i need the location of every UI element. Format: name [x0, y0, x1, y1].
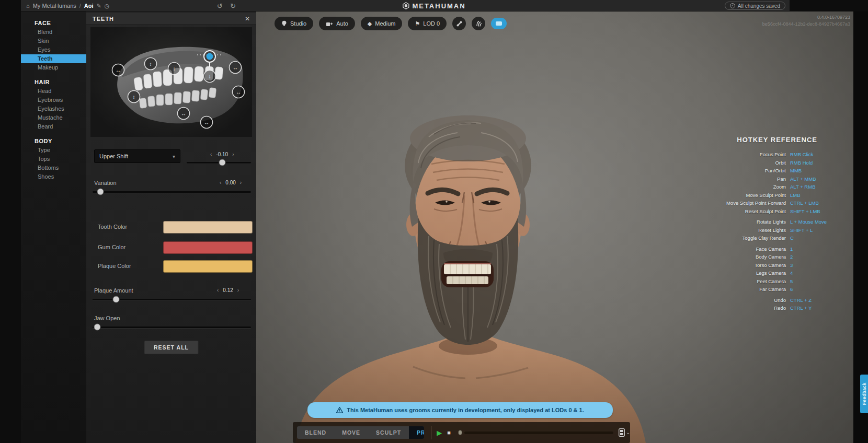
plaque-color-swatch[interactable] — [163, 260, 253, 273]
mode-tab[interactable]: BLEND — [297, 426, 334, 439]
stepper-decrease-icon[interactable]: ‹ — [210, 151, 212, 157]
stepper-increase-icon[interactable]: › — [232, 151, 234, 157]
mode-tab[interactable]: PREVIEW — [409, 426, 424, 439]
session-id: be56ccf4-0844-12b2-dec8-84927b4667a3 — [762, 21, 850, 28]
jaw-open-slider[interactable] — [93, 323, 251, 331]
sidebar-item[interactable]: Shoes — [21, 172, 86, 181]
sidebar-item[interactable]: Teeth — [21, 54, 86, 63]
timeline-track[interactable] — [464, 432, 613, 434]
viewport-mode-toggle-button[interactable] — [491, 18, 507, 29]
variation-value[interactable]: 0.00 — [225, 180, 235, 185]
teeth-diagram: ↔ ↔ ↔ ↔ ↔ — [90, 27, 252, 137]
sidebar-item-label: Bottoms — [38, 165, 59, 171]
slider-thumb[interactable] — [113, 296, 120, 303]
grooms-notice-text: This MetaHuman uses grooms currently in … — [347, 407, 584, 413]
upper-shift-value[interactable]: -0.10 — [216, 151, 228, 157]
sidebar-item[interactable]: Type — [21, 146, 86, 155]
lod-button[interactable]: ⚑ LOD 0 — [408, 17, 447, 30]
sidebar-item-label: Beard — [38, 123, 53, 130]
hotkey-row: Reset Lights SHIFT + L — [683, 227, 825, 234]
reset-all-button[interactable]: RESET ALL — [144, 341, 199, 354]
sidebar-item[interactable]: Tops — [21, 155, 86, 164]
teeth-handle-vertical[interactable]: ↕ — [168, 63, 180, 75]
stepper-increase-icon[interactable]: › — [237, 287, 239, 293]
sidebar-item[interactable]: Head — [21, 87, 86, 96]
history-icon[interactable]: ◷ — [105, 3, 110, 9]
timeline-thumb[interactable] — [458, 430, 462, 435]
hotkey-label: Undo — [683, 297, 786, 304]
sidebar-section-body: BODY Type Tops Bottoms Shoes — [21, 138, 86, 181]
sidebar-item[interactable]: Eyelashes — [21, 104, 86, 113]
sidebar-item[interactable]: Beard — [21, 122, 86, 131]
quality-auto-button[interactable]: Auto — [319, 17, 355, 30]
svg-text:↕: ↕ — [150, 61, 152, 67]
sidebar-item[interactable]: Bottoms — [21, 164, 86, 172]
teeth-region-dropdown[interactable]: Upper Shift ▾ — [94, 149, 180, 163]
stepper-increase-icon[interactable]: › — [240, 180, 242, 185]
teeth-handle-horizontal[interactable]: ↔ — [201, 116, 213, 129]
breadcrumb-root[interactable]: My MetaHumans — [33, 3, 76, 9]
slider-thumb[interactable] — [94, 324, 101, 331]
sidebar-item[interactable]: Eyebrows — [21, 96, 86, 104]
feedback-tab[interactable]: Feedback — [860, 375, 868, 413]
sidebar-item[interactable]: Skin — [21, 37, 86, 45]
hotkey-key: SHIFT + L — [790, 227, 825, 234]
sidebar-item[interactable]: Mustache — [21, 113, 86, 122]
rig-toggle-button[interactable] — [452, 17, 466, 30]
teeth-handle-horizontal[interactable]: ↔ — [233, 86, 245, 98]
animation-select[interactable]: ⌄ — [619, 428, 630, 437]
slider-track[interactable] — [93, 327, 251, 328]
quality-medium-button[interactable]: ◆ Medium — [361, 17, 403, 30]
sidebar-item-label: Makeup — [38, 64, 58, 71]
variation-slider[interactable] — [93, 188, 251, 195]
svg-text:↔: ↔ — [236, 89, 241, 95]
hotkey-label: Feet Camera — [683, 278, 786, 285]
tooth-color-swatch[interactable] — [163, 221, 253, 234]
teeth-handle-horizontal[interactable]: ↔ — [230, 62, 242, 74]
teeth-handle-vertical[interactable]: ↕ — [145, 58, 157, 70]
hotkey-key: CTRL + Z — [790, 297, 825, 304]
stepper-decrease-icon[interactable]: ‹ — [217, 287, 219, 293]
undo-icon[interactable]: ↺ — [217, 2, 223, 10]
edit-icon[interactable]: ✎ — [97, 3, 101, 9]
viewport-3d[interactable]: Studio Auto ◆ Medium ⚑ LOD 0 — [256, 11, 853, 443]
home-icon[interactable]: ⌂ — [26, 3, 30, 9]
stepper-decrease-icon[interactable]: ‹ — [220, 180, 221, 185]
slider-thumb[interactable] — [219, 159, 225, 166]
plaque-amount-value[interactable]: 0.12 — [223, 287, 233, 293]
breadcrumb-current: Aoi — [84, 3, 94, 9]
top-bar: ⌂ My MetaHumans / Aoi ✎ ◷ ↺ ↻ METAHUMAN … — [21, 0, 790, 11]
sidebar-item[interactable]: Makeup — [21, 63, 86, 72]
upper-shift-slider[interactable] — [187, 159, 251, 166]
teeth-handle-vertical[interactable]: ↕ — [204, 71, 216, 83]
slider-thumb[interactable] — [97, 189, 104, 195]
play-button[interactable]: ▶ — [437, 429, 442, 436]
stop-button[interactable]: ■ — [447, 430, 451, 436]
sidebar-item[interactable]: Blend — [21, 28, 86, 37]
slider-track[interactable] — [93, 191, 251, 193]
close-icon[interactable]: ✕ — [245, 15, 250, 22]
app-logo: METAHUMAN — [402, 0, 465, 11]
hotkey-row: Redo CTRL + Y — [683, 305, 825, 311]
save-status-badge: ✓ All changes saved — [725, 2, 785, 10]
teeth-handle-vertical[interactable]: ↕ — [128, 91, 140, 103]
teeth-handle-horizontal[interactable]: ↔ — [112, 64, 124, 76]
mode-tab[interactable]: MOVE — [334, 426, 368, 439]
studio-light-icon — [281, 20, 287, 27]
studio-environment-button[interactable]: Studio — [275, 17, 313, 30]
hotkey-label: Reset Sculpt Point — [683, 208, 786, 215]
metahuman-creator-window: ⌂ My MetaHumans / Aoi ✎ ◷ ↺ ↻ METAHUMAN … — [0, 0, 868, 443]
plaque-amount-slider[interactable] — [93, 296, 251, 303]
save-status-text: All changes saved — [738, 3, 780, 9]
right-edge-column: Feedback — [853, 11, 868, 443]
undo-redo-group: ↺ ↻ — [217, 0, 236, 11]
lod-button-label: LOD 0 — [423, 20, 440, 27]
app-logo-text: METAHUMAN — [412, 2, 465, 10]
sidebar-item[interactable]: Eyes — [21, 45, 86, 54]
teeth-handle-horizontal[interactable]: ↔ — [178, 108, 190, 120]
redo-icon[interactable]: ↻ — [230, 2, 236, 10]
mode-tab[interactable]: SCULPT — [368, 426, 409, 439]
hotkey-key: 6 — [790, 286, 825, 293]
gum-color-swatch[interactable] — [163, 241, 253, 254]
grooms-toggle-button[interactable] — [472, 17, 485, 30]
